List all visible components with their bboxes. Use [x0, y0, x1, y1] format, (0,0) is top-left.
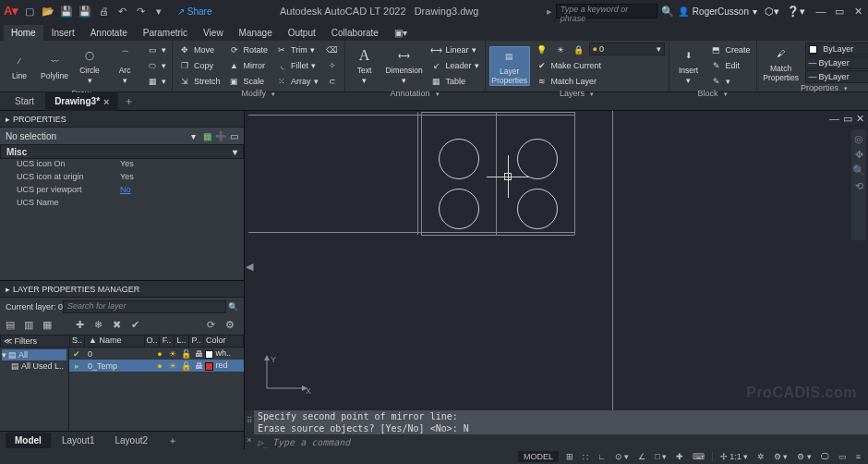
autodesk-icon[interactable]: ⬡▾	[765, 6, 779, 18]
lwt-toggle[interactable]: ✚	[674, 452, 685, 461]
layer-properties-button[interactable]: ▤Layer Properties	[489, 46, 530, 86]
array-button[interactable]: ⁙Array ▾	[273, 74, 320, 89]
expand-icon[interactable]: ▸	[6, 115, 10, 124]
saveas-icon[interactable]: 💾	[78, 4, 92, 18]
drawtab-start[interactable]: Start	[6, 92, 43, 111]
bulb-icon[interactable]: ●	[153, 349, 166, 359]
new-layer-icon[interactable]: ✚	[76, 319, 89, 332]
filter-tree[interactable]: ▾▤All ▤All Used L..	[0, 348, 69, 431]
layout-tab-2[interactable]: Layout2	[105, 433, 157, 448]
tab-express[interactable]: ▣▾	[387, 25, 415, 41]
vp-minimize-icon[interactable]: ―	[829, 113, 839, 125]
rotate-button[interactable]: ⟳Rotate	[226, 43, 271, 57]
offset-button[interactable]: ⊂	[324, 74, 341, 89]
create-block-button[interactable]: ⬒Create	[708, 43, 753, 57]
orbit-icon[interactable]: ⟲	[855, 180, 863, 192]
drawtab-active[interactable]: Drawing3*×	[45, 92, 118, 111]
tab-home[interactable]: Home	[4, 25, 43, 41]
quickselect-icon[interactable]: ▦	[203, 131, 211, 141]
model-button[interactable]: MODEL	[518, 451, 559, 462]
sun-icon[interactable]: ☀	[166, 349, 179, 359]
edit-attr-button[interactable]: ✎▾	[708, 74, 753, 89]
unlock-icon[interactable]: 🔓	[179, 349, 192, 359]
table-button[interactable]: ▦Table	[428, 74, 481, 89]
plot-icon[interactable]: 🖨	[96, 4, 111, 18]
layout-tab-model[interactable]: Model	[6, 433, 51, 448]
layer-dropdown[interactable]: ● 0 ▾	[589, 43, 665, 55]
bulb-icon[interactable]: ●	[153, 361, 166, 371]
tab-annotate[interactable]: Annotate	[83, 25, 135, 41]
minimize-button[interactable]: ―	[814, 6, 827, 18]
hdr-status[interactable]: S..	[70, 336, 85, 347]
layer-states-icon[interactable]: ▦	[42, 319, 55, 332]
hdr-on[interactable]: O..	[145, 336, 160, 347]
select-objects-icon[interactable]: ▭	[230, 131, 238, 141]
search-go-icon[interactable]: 🔍	[228, 302, 238, 311]
pan-icon[interactable]: ✥	[855, 149, 863, 161]
polyline-button[interactable]: 〰Polyline	[39, 52, 70, 80]
layer-freeze-button[interactable]: ☀	[552, 43, 569, 57]
polar-toggle[interactable]: ⊙ ▾	[613, 452, 632, 461]
osnap-toggle[interactable]: ∠	[636, 452, 647, 461]
line-button[interactable]: ∕Line	[4, 52, 35, 80]
leader-button[interactable]: ↙Leader ▾	[428, 58, 481, 73]
ortho-toggle[interactable]: ∟	[596, 452, 608, 461]
pane-handle-icon[interactable]: ◀	[246, 261, 253, 273]
text-button[interactable]: AText▾	[349, 46, 380, 85]
command-line[interactable]: ⠿× Specify second point of mirror line: …	[245, 410, 868, 449]
qat-dropdown-icon[interactable]: ▾	[151, 4, 166, 18]
layout-tab-1[interactable]: Layout1	[53, 433, 104, 448]
add-drawing-button[interactable]: ＋	[120, 94, 137, 108]
snap-toggle[interactable]: ⸬	[581, 452, 590, 462]
layer-search-input[interactable]: Search for layer	[63, 300, 226, 313]
filter-all[interactable]: ▾▤All	[2, 349, 66, 360]
linetype-dropdown[interactable]: — ByLayer▾	[805, 70, 868, 83]
selection-dropdown[interactable]: No selection ▾ ▦ ➕ ▭	[0, 128, 244, 144]
mirror-button[interactable]: ▲Mirror	[226, 58, 271, 73]
insert-block-button[interactable]: ⬇Insert▾	[673, 46, 705, 85]
tab-manage[interactable]: Manage	[232, 25, 280, 41]
command-handle-icon[interactable]: ⠿×	[245, 410, 254, 449]
keyword-search-input[interactable]: Type a keyword or phrase	[556, 4, 657, 18]
explode-button[interactable]: ✧	[324, 58, 341, 73]
category-misc[interactable]: Misc▾	[0, 144, 244, 159]
new-group-icon[interactable]: ▥	[24, 319, 37, 332]
stretch-button[interactable]: ⇲Stretch	[176, 74, 223, 89]
hdr-filters[interactable]: ≪ Filters	[1, 336, 70, 347]
grid-toggle[interactable]: ⊞	[564, 452, 575, 461]
refresh-icon[interactable]: ⟳	[207, 319, 220, 332]
freeze-layer-icon[interactable]: ❄	[94, 319, 107, 332]
layer-row[interactable]: ▸ 0_Temp ● ☀ 🔓 🖶 red	[69, 360, 244, 372]
workspace-button[interactable]: ⚙ ▾	[795, 452, 814, 461]
make-current-button[interactable]: ✔Make Current	[534, 58, 665, 73]
erase-button[interactable]: ⌫	[324, 43, 341, 57]
unlock-icon[interactable]: 🔓	[179, 361, 192, 371]
tab-view[interactable]: View	[196, 25, 231, 41]
tab-output[interactable]: Output	[281, 25, 323, 41]
layer-lock-button[interactable]: 🔒	[571, 43, 587, 57]
navigation-bar[interactable]: ◎ ✥ 🔍 ⟲	[851, 129, 866, 240]
pickadd-icon[interactable]: ➕	[215, 131, 226, 141]
save-icon[interactable]: 💾	[59, 4, 74, 18]
tpy-toggle[interactable]: ⌨	[691, 452, 706, 461]
cleanscreen-button[interactable]: ▭	[837, 452, 849, 461]
hdr-plot[interactable]: P..	[189, 336, 204, 347]
help-caret-icon[interactable]: ▸	[547, 6, 552, 18]
prop-row[interactable]: UCS icon OnYes	[0, 159, 244, 172]
vp-close-icon[interactable]: ✕	[856, 113, 864, 125]
close-tab-icon[interactable]: ×	[103, 96, 109, 107]
scale-button[interactable]: ▣Scale	[226, 74, 271, 89]
plot-icon[interactable]: 🖶	[192, 349, 205, 359]
annovis-toggle[interactable]: ✲	[755, 452, 766, 461]
vp-restore-icon[interactable]: ▭	[843, 113, 852, 125]
otrack-toggle[interactable]: □ ▾	[653, 452, 669, 461]
zoom-icon[interactable]: 🔍	[852, 165, 865, 177]
match-properties-button[interactable]: 🖌Match Properties	[761, 44, 802, 82]
drawing-canvas[interactable]: ― ▭ ✕ ◀	[245, 111, 868, 410]
hdr-freeze[interactable]: F..	[160, 336, 175, 347]
hatch-button[interactable]: ▦▾	[144, 74, 168, 89]
layer-row[interactable]: ✔ 0 ● ☀ 🔓 🖶 wh..	[69, 348, 244, 360]
match-layer-button[interactable]: ≋Match Layer	[534, 74, 665, 89]
hdr-name[interactable]: ▲ Name	[85, 336, 145, 347]
user-menu[interactable]: 👤 RogerCusson ▾	[678, 6, 757, 17]
